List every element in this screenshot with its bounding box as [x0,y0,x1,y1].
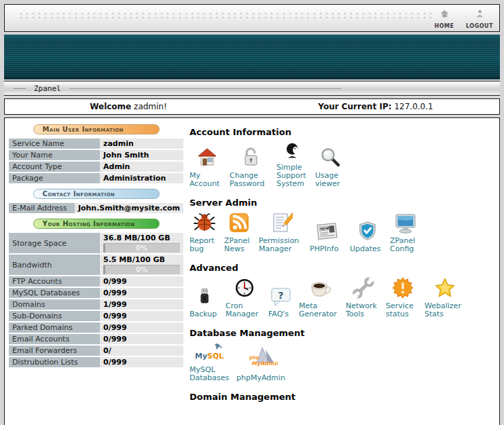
module-cron-manager[interactable]: Cron Manager [226,277,264,318]
module-simple-support-system[interactable]: Simple Support System [276,141,310,188]
module-label: phpMyAdmin [236,374,285,382]
module-network-tools[interactable]: Network Tools [346,277,381,318]
row-label: MySQL Databases [9,288,100,298]
module-label: Service status [386,302,420,318]
module-label: Permission Manager [259,237,305,253]
row-label: Parked Domains [9,322,100,333]
home-button[interactable]: HOME [429,8,460,29]
zpanel-dashboard: { "topbar": { "home_label": "HOME", "log… [0,0,504,425]
table-row: Your Name John Smith [9,150,183,160]
row-label: Package [9,173,100,183]
main-user-information-header: Main User Information [33,124,160,134]
row-value: 36.8 MB/100 GB 0% [100,233,183,253]
section-heading-account-information: Account Information [190,127,498,137]
meter-percent: 0% [136,266,147,274]
module-label: ZPanel Config [390,237,421,253]
database-management-items: My SQL MySQL Databases php MyAdmin phpMy… [190,342,498,382]
module-label: Meta Generator [299,302,341,318]
module-area: Account Information My Account [190,118,498,406]
module-updates[interactable]: Updates [350,220,385,253]
module-phpmyadmin[interactable]: php MyAdmin phpMyAdmin [236,346,289,382]
module-my-account[interactable]: My Account [190,147,225,188]
logout-button[interactable]: LOGOUT [464,8,495,29]
module-backup[interactable]: Backup [190,285,221,318]
row-value: 0/999 [100,311,183,321]
alert-burst-icon [392,277,414,301]
toolbar-dot-texture [20,12,431,19]
module-webalizer-stats[interactable]: Webalizer Stats [425,277,465,318]
module-label: Network Tools [346,302,381,318]
module-label: Usage viewer [315,172,345,188]
module-faqs[interactable]: ? FAQ's [268,287,294,318]
row-label: Storage Space [9,233,100,253]
padlock-icon [240,147,262,171]
mysql-logo-text-sql: SQL [207,352,223,361]
rss-icon [228,212,250,236]
module-usage-viewer[interactable]: Usage viewer [315,147,345,188]
table-row: Storage Space 36.8 MB/100 GB 0% [9,233,183,253]
question-mark-text: ? [278,290,283,301]
star-icon [434,277,456,301]
module-mysql-databases[interactable]: My SQL MySQL Databases [190,342,232,382]
meter-fill [103,244,105,253]
logout-button-label: LOGOUT [466,23,493,29]
module-label: MySQL Databases [190,366,232,382]
module-label: Change Password [230,172,272,188]
current-ip: Your Current IP: 127.0.0.1 [252,102,499,111]
hosting-info-table: Storage Space 36.8 MB/100 GB 0% Bandwidt… [9,232,183,369]
module-label: Simple Support System [276,164,310,188]
module-zpanel-config[interactable]: ZPanel Config [390,213,421,253]
home-icon [439,8,450,21]
account-information-items: My Account Change Password [190,141,498,188]
row-label: E-Mail Address [9,203,75,213]
row-value: 0/999 [100,322,183,333]
row-label: Domains [9,299,100,310]
wrench-icon [352,277,375,301]
contact-information-header: Contact Information [33,189,160,199]
table-row: E-Mail Address John.Smith@mysite.com [9,203,183,213]
header-banner [4,35,500,79]
module-change-password[interactable]: Change Password [230,147,272,188]
storage-usage-text: 36.8 MB/100 GB [103,234,180,242]
hosting-information-header: Your Hosting Information [33,219,160,229]
bandwidth-usage-meter: 0% [103,265,180,274]
welcome-username: zadmin! [134,102,167,111]
table-row: Service Name zadmin [9,138,183,149]
table-row: Bandwidth 5.5 MB/100 GB 0% [9,255,183,275]
row-label: Sub-Domains [9,311,100,321]
module-label: ZPanel News [224,237,254,253]
module-report-bug[interactable]: Report bug [190,212,219,253]
module-phpinfo[interactable]: NEWS PHPInfo [310,221,345,253]
row-label: Service Name [9,138,100,149]
module-meta-generator[interactable]: Meta Generator [299,278,341,318]
phpmyadmin-logo-text-php: php [249,355,259,361]
phpmyadmin-logo-icon: php MyAdmin [248,346,278,373]
row-label: Email Accounts [9,334,100,344]
table-row: Email Forwarders 0/ [9,346,183,356]
notepad-pencil-icon [271,212,293,236]
row-label: Email Forwarders [9,346,100,356]
section-heading-advanced: Advanced [190,263,498,273]
top-navigation: HOME LOGOUT [429,8,495,29]
module-label: My Account [190,172,225,188]
clock-icon [234,277,255,301]
module-label: PHPInfo [310,245,338,253]
table-row: FTP Accounts 0/999 [9,276,183,287]
tab-zpanel[interactable]: Zpanel [26,84,69,93]
row-value: 0/999 [100,288,183,298]
module-service-status[interactable]: Service status [386,277,420,318]
section-heading-database-management: Database Management [190,328,498,338]
row-label: Bandwidth [9,255,100,275]
row-value: Administration [100,173,183,183]
row-value: 0/999 [100,276,183,287]
current-ip-value: 127.0.0.1 [394,102,433,111]
row-label: Account Type [9,162,100,172]
row-value: John Smith [100,150,183,160]
module-label: Webalizer Stats [425,302,465,318]
shield-check-icon [357,220,378,244]
tab-leading-rule [14,88,26,89]
table-row: Email Accounts 0/999 [9,334,183,344]
module-permission-manager[interactable]: Permission Manager [259,212,305,253]
module-zpanel-news[interactable]: ZPanel News [224,212,254,253]
status-bar: Welcome zadmin! Your Current IP: 127.0.0… [4,98,500,115]
